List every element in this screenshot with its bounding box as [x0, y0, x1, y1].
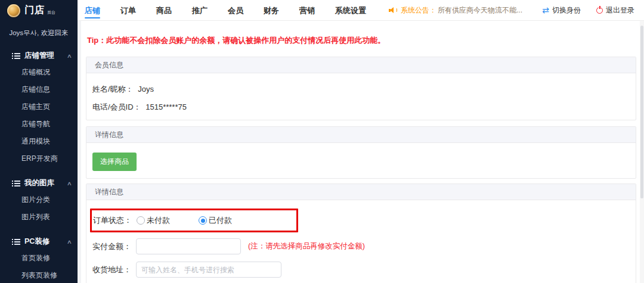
sidebar-item-store-overview[interactable]: 店铺概况	[0, 64, 78, 81]
nav-tab-finance[interactable]: 财务	[264, 0, 279, 21]
top-navigation: 店铺 订单 商品 推广 会员 财务 营销 系统设置 系统公告： 所有供应商今天物…	[78, 0, 644, 21]
address-search-row: 收货地址：	[92, 262, 627, 278]
chevron-up-icon: ∧	[67, 53, 72, 59]
announcement-label: 系统公告：	[401, 5, 436, 15]
vertical-scrollbar[interactable]	[640, 21, 644, 283]
power-icon	[596, 7, 603, 14]
member-name-line: 姓名/昵称： Joys	[92, 84, 627, 95]
sidebar-group-pc-decoration: PC装修 ∧ 首页装修 列表页装修	[0, 234, 78, 283]
nav-tab-members[interactable]: 会员	[228, 0, 243, 21]
sidebar-item-image-list[interactable]: 图片列表	[0, 209, 78, 226]
sidebar-item-erp-developer[interactable]: ERP开发商	[0, 150, 78, 167]
product-select-card-body: 选择商品	[86, 143, 636, 178]
member-phone-line: 电话/会员ID： 1515*****75	[92, 102, 627, 113]
member-info-card-title: 会员信息	[86, 57, 636, 73]
member-phone-label: 电话/会员ID：	[92, 102, 141, 111]
address-search-input[interactable]	[136, 262, 281, 278]
sidebar-item-image-categories[interactable]: 图片分类	[0, 191, 78, 209]
radio-paid[interactable]: 已付款	[199, 215, 232, 226]
member-info-card: 会员信息 姓名/昵称： Joys 电话/会员ID： 1515*****75	[86, 57, 636, 120]
sidebar: Joys무사, 欢迎回来 店铺管理 ∧ 店铺概况 店铺信息 店铺主页 店铺导航 …	[0, 21, 78, 283]
sidebar-group-header-pc-decoration[interactable]: PC装修 ∧	[0, 234, 78, 250]
paid-amount-row: 实付金额： (注：请先选择商品再修改实付金额)	[92, 238, 627, 254]
list-icon	[12, 239, 20, 245]
system-announcement[interactable]: 系统公告： 所有供应商今天物流不能...	[389, 5, 522, 15]
sidebar-item-common-modules[interactable]: 通用模块	[0, 133, 78, 150]
chevron-up-icon: ∧	[67, 181, 72, 186]
sidebar-item-listpage-decoration[interactable]: 列表页装修	[0, 267, 78, 283]
order-detail-card-title: 详情信息	[86, 184, 636, 200]
product-select-card: 详情信息 选择商品	[86, 126, 636, 179]
top-actions: ⇄ 切换身份 退出登录	[542, 5, 634, 15]
switch-identity-button[interactable]: ⇄ 切换身份	[542, 5, 581, 15]
paid-amount-input[interactable]	[136, 238, 241, 254]
sidebar-divider	[78, 21, 81, 283]
product-select-card-title: 详情信息	[86, 127, 636, 143]
paid-amount-label: 实付金额：	[92, 241, 131, 252]
nav-tab-store[interactable]: 店铺	[85, 0, 100, 21]
sidebar-group-header-my-gallery[interactable]: 我的图库 ∧	[0, 175, 78, 191]
order-status-label: 订单状态：	[93, 215, 132, 226]
nav-tab-orders[interactable]: 订单	[120, 0, 136, 21]
radio-unpaid-label: 未付款	[147, 215, 170, 226]
sidebar-group-my-gallery: 我的图库 ∧ 图片分类 图片列表	[0, 175, 78, 226]
order-detail-card-body: 订单状态： 未付款 已付款 实付金额： (注：请先选择商品	[86, 200, 636, 283]
list-icon	[12, 53, 20, 59]
sidebar-item-homepage-decoration[interactable]: 首页装修	[0, 250, 78, 267]
app-window: 门店 后台 店铺 订单 商品 推广 会员 财务 营销 系统设置 系统公告： 所有…	[0, 0, 644, 283]
order-status-row: 订单状态： 未付款 已付款	[93, 215, 261, 226]
radio-paid-label: 已付款	[209, 215, 232, 226]
sidebar-group-label: 店铺管理	[24, 51, 67, 61]
sidebar-item-store-navigation[interactable]: 店铺导航	[0, 116, 78, 133]
address-search-label: 收货地址：	[92, 265, 131, 275]
brand-title: 门店	[24, 4, 45, 17]
switch-identity-label: 切换身份	[552, 5, 581, 15]
tip-banner: Tip：此功能不会扣除会员账户的余额，请确认被操作用户的支付情况后再使用此功能。	[87, 35, 636, 46]
nav-tab-marketing[interactable]: 营销	[299, 0, 315, 21]
brand-subtitle: 后台	[47, 10, 55, 15]
nav-tab-promotion[interactable]: 推广	[192, 0, 208, 21]
logout-button[interactable]: 退出登录	[596, 5, 634, 15]
sidebar-group-header-store-management[interactable]: 店铺管理 ∧	[0, 48, 78, 64]
logout-label: 退出登录	[606, 5, 634, 15]
sidebar-item-store-homepage[interactable]: 店铺主页	[0, 98, 78, 116]
chevron-up-icon: ∧	[67, 239, 72, 245]
scrollbar-thumb[interactable]	[640, 26, 643, 198]
sidebar-item-store-info[interactable]: 店铺信息	[0, 81, 78, 98]
order-status-highlight-box: 订单状态： 未付款 已付款	[90, 209, 298, 232]
paid-amount-note: (注：请先选择商品再修改实付金额)	[248, 241, 365, 251]
nav-tab-settings[interactable]: 系统设置	[335, 0, 366, 21]
radio-unpaid[interactable]: 未付款	[137, 215, 170, 226]
radio-unpaid-icon[interactable]	[137, 216, 145, 225]
nav-tab-products[interactable]: 商品	[156, 0, 172, 21]
radio-paid-icon[interactable]	[199, 216, 207, 225]
order-detail-card: 详情信息 订单状态： 未付款 已付款	[86, 184, 636, 283]
announcement-text: 所有供应商今天物流不能...	[438, 5, 522, 15]
select-product-button[interactable]: 选择商品	[92, 153, 137, 171]
sidebar-group-label: PC装修	[24, 237, 67, 247]
member-info-card-body: 姓名/昵称： Joys 电话/会员ID： 1515*****75	[86, 73, 636, 120]
user-greeting: Joys무사, 欢迎回来	[0, 21, 78, 40]
sidebar-group-store-management: 店铺管理 ∧ 店铺概况 店铺信息 店铺主页 店铺导航 通用模块 ERP开发商	[0, 48, 78, 167]
list-icon	[12, 181, 20, 186]
main-content: Tip：此功能不会扣除会员账户的余额，请确认被操作用户的支付情况后再使用此功能。…	[81, 21, 640, 283]
sidebar-group-label: 我的图库	[24, 178, 67, 188]
member-name-label: 姓名/昵称：	[92, 85, 134, 94]
member-phone-value: 1515*****75	[145, 102, 187, 111]
brand-logo[interactable]: 门店 后台	[0, 0, 78, 21]
member-name-value: Joys	[138, 85, 154, 94]
brand-emblem-icon	[7, 4, 20, 17]
swap-arrows-icon: ⇄	[542, 6, 549, 14]
speaker-icon	[389, 7, 398, 14]
